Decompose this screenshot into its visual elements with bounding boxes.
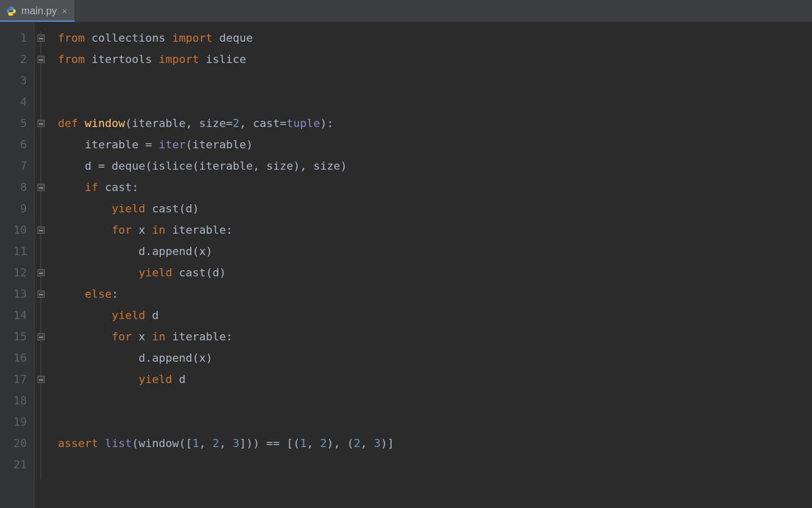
code-line[interactable]: d.append(x) <box>58 241 812 262</box>
code-line[interactable]: from itertools import islice <box>58 49 812 70</box>
code-line[interactable]: d = deque(islice(iterable, size), size) <box>58 155 812 177</box>
code-line[interactable] <box>58 390 812 411</box>
tab-filename: main.py <box>21 5 57 17</box>
code-line[interactable] <box>58 411 812 433</box>
line-number: 17 <box>0 369 27 390</box>
line-number: 3 <box>0 70 27 91</box>
line-number: 11 <box>0 241 27 262</box>
code-line[interactable]: yield cast(d) <box>58 262 812 283</box>
line-number: 19 <box>0 411 27 433</box>
line-number: 9 <box>0 198 27 219</box>
fold-toggle-icon[interactable] <box>38 227 45 234</box>
line-number: 13 <box>0 283 27 305</box>
line-number-gutter: 123456789101112131415161718192021 <box>0 22 35 508</box>
fold-toggle-icon[interactable] <box>38 56 45 63</box>
line-number: 16 <box>0 347 27 369</box>
line-number: 6 <box>0 134 27 155</box>
line-number: 21 <box>0 454 27 475</box>
fold-toggle-icon[interactable] <box>38 269 45 276</box>
tab-bar: main.py × <box>0 0 812 22</box>
editor[interactable]: 123456789101112131415161718192021 from c… <box>0 22 812 508</box>
fold-toggle-icon[interactable] <box>38 184 45 191</box>
code-line[interactable]: yield cast(d) <box>58 198 812 219</box>
line-number: 10 <box>0 219 27 241</box>
line-number: 2 <box>0 49 27 70</box>
code-line[interactable]: for x in iterable: <box>58 219 812 241</box>
close-icon[interactable]: × <box>62 7 67 16</box>
line-number: 15 <box>0 326 27 347</box>
code-line[interactable]: if cast: <box>58 177 812 198</box>
code-line[interactable]: assert list(window([1, 2, 3])) == [(1, 2… <box>58 433 812 454</box>
line-number: 7 <box>0 155 27 177</box>
code-line[interactable]: def window(iterable, size=2, cast=tuple)… <box>58 113 812 134</box>
line-number: 20 <box>0 433 27 454</box>
line-number: 8 <box>0 177 27 198</box>
code-area[interactable]: from collections import dequefrom iterto… <box>49 22 812 508</box>
fold-toggle-icon[interactable] <box>38 35 45 42</box>
fold-toggle-icon[interactable] <box>38 120 45 127</box>
code-line[interactable] <box>58 91 812 113</box>
line-number: 14 <box>0 305 27 326</box>
code-line[interactable] <box>58 70 812 91</box>
code-line[interactable]: from collections import deque <box>58 27 812 49</box>
code-line[interactable]: yield d <box>58 369 812 390</box>
code-line[interactable]: iterable = iter(iterable) <box>58 134 812 155</box>
fold-column[interactable] <box>35 22 49 508</box>
python-file-icon <box>6 6 16 16</box>
line-number: 5 <box>0 113 27 134</box>
line-number: 12 <box>0 262 27 283</box>
line-number: 18 <box>0 390 27 411</box>
code-line[interactable]: for x in iterable: <box>58 326 812 347</box>
code-line[interactable] <box>58 454 812 475</box>
code-line[interactable]: yield d <box>58 305 812 326</box>
tab-main-py[interactable]: main.py × <box>0 0 75 22</box>
fold-toggle-icon[interactable] <box>38 376 45 383</box>
line-number: 4 <box>0 91 27 113</box>
fold-toggle-icon[interactable] <box>38 291 45 298</box>
code-line[interactable]: else: <box>58 283 812 305</box>
line-number: 1 <box>0 27 27 49</box>
fold-toggle-icon[interactable] <box>38 333 45 340</box>
code-line[interactable]: d.append(x) <box>58 347 812 369</box>
